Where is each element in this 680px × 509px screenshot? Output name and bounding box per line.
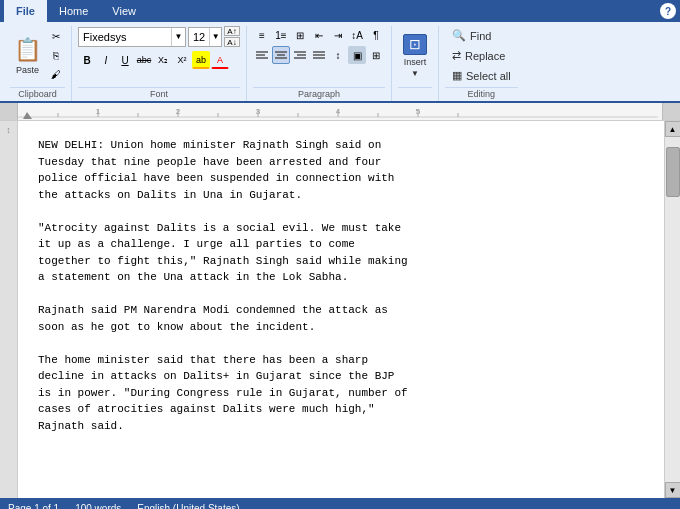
paragraph-content: ≡ 1≡ ⊞ ⇤ ⇥ ↕A ¶ <box>253 26 385 87</box>
insert-icon: ⊡ <box>403 34 427 55</box>
scrollbar-thumb[interactable] <box>666 147 680 197</box>
paragraph-label: Paragraph <box>253 87 385 101</box>
font-grow-button[interactable]: A↑ <box>224 26 240 36</box>
tab-view[interactable]: View <box>100 0 148 22</box>
font-grow-shrink: A↑ A↓ <box>224 26 240 47</box>
paste-label: Paste <box>16 65 39 75</box>
font-color-button[interactable]: A <box>211 51 229 69</box>
replace-button[interactable]: ⇄ Replace <box>445 46 512 65</box>
help-button[interactable]: ? <box>660 3 676 19</box>
scrollbar-track[interactable] <box>665 137 681 482</box>
editor-left-bar: ↕ <box>0 121 18 498</box>
title-bar-controls: ? <box>660 3 676 19</box>
editor-container: ↕ NEW DELHI: Union home minister Rajnath… <box>0 121 680 498</box>
sort-button[interactable]: ↕A <box>348 26 366 44</box>
font-name-arrow: ▼ <box>171 28 185 46</box>
insert-label: Insert <box>404 57 427 67</box>
select-all-button[interactable]: ▦ Select all <box>445 66 518 85</box>
clipboard-label: Clipboard <box>10 87 65 101</box>
select-all-label: Select all <box>466 70 511 82</box>
copy-button[interactable]: ⎘ <box>47 47 65 65</box>
italic-button[interactable]: I <box>97 51 115 69</box>
font-content: Fixedsys ▼ 12 ▼ A↑ A↓ B I U <box>78 26 240 87</box>
show-marks-button[interactable]: ¶ <box>367 26 385 44</box>
align-left-button[interactable] <box>253 46 271 64</box>
find-icon: 🔍 <box>452 29 466 42</box>
paragraph-group: ≡ 1≡ ⊞ ⇤ ⇥ ↕A ¶ <box>247 26 392 101</box>
editing-group: 🔍 Find ⇄ Replace ▦ Select all Editing <box>439 26 524 101</box>
ruler-left-margin <box>0 103 18 120</box>
numbering-button[interactable]: 1≡ <box>272 26 290 44</box>
font-format-row: B I U abc X₂ X² ab A <box>78 51 229 69</box>
paragraph-row2: ↕ ▣ ⊞ <box>253 46 385 64</box>
editing-content: 🔍 Find ⇄ Replace ▦ Select all <box>445 26 518 87</box>
editing-label: Editing <box>445 87 518 101</box>
decrease-indent-button[interactable]: ⇤ <box>310 26 328 44</box>
tab-bar: File Home View <box>4 0 148 22</box>
paragraph-row1: ≡ 1≡ ⊞ ⇤ ⇥ ↕A ¶ <box>253 26 385 44</box>
find-button[interactable]: 🔍 Find <box>445 26 498 45</box>
font-shrink-button[interactable]: A↓ <box>224 37 240 47</box>
format-painter-button[interactable]: 🖌 <box>47 66 65 84</box>
line-spacing-button[interactable]: ↕ <box>329 46 347 64</box>
paste-icon: 📋 <box>14 37 41 63</box>
align-right-button[interactable] <box>291 46 309 64</box>
paste-button[interactable]: 📋 Paste <box>10 33 45 79</box>
word-count: 100 words <box>75 503 121 510</box>
font-size-value: 12 <box>189 31 209 43</box>
editor-main[interactable]: NEW DELHI: Union home minister Rajnath S… <box>18 121 664 498</box>
font-group: Fixedsys ▼ 12 ▼ A↑ A↓ B I U <box>72 26 247 101</box>
insert-dropdown-arrow: ▼ <box>411 69 419 78</box>
font-name-row: Fixedsys ▼ 12 ▼ A↑ A↓ <box>78 26 240 47</box>
ruler-right-margin <box>662 103 680 120</box>
ribbon-content: 📋 Paste ✂ ⎘ 🖌 Clipboard Fixedsys <box>0 22 680 101</box>
font-size-combo[interactable]: 12 ▼ <box>188 27 222 47</box>
align-center-button[interactable] <box>272 46 290 64</box>
ruler-ticks: 1 2 3 4 5 <box>18 103 662 120</box>
document-content[interactable]: NEW DELHI: Union home minister Rajnath S… <box>38 137 644 434</box>
superscript-button[interactable]: X² <box>173 51 191 69</box>
select-all-icon: ▦ <box>452 69 462 82</box>
cut-button[interactable]: ✂ <box>47 28 65 46</box>
replace-icon: ⇄ <box>452 49 461 62</box>
clipboard-content: 📋 Paste ✂ ⎘ 🖌 <box>10 26 65 87</box>
clipboard-small-btns: ✂ ⎘ 🖌 <box>47 28 65 84</box>
highlight-button[interactable]: ab <box>192 51 210 69</box>
bold-button[interactable]: B <box>78 51 96 69</box>
title-bar: File Home View ? <box>0 0 680 22</box>
svg-marker-29 <box>23 112 32 119</box>
replace-label: Replace <box>465 50 505 62</box>
scroll-down-button[interactable]: ▼ <box>665 482 681 498</box>
clipboard-group: 📋 Paste ✂ ⎘ 🖌 Clipboard <box>4 26 72 101</box>
font-label: Font <box>78 87 240 101</box>
tab-file[interactable]: File <box>4 0 47 22</box>
bullets-button[interactable]: ≡ <box>253 26 271 44</box>
font-size-arrow: ▼ <box>209 28 221 46</box>
scroll-up-button[interactable]: ▲ <box>665 121 681 137</box>
ruler-content: 1 2 3 4 5 <box>18 103 662 120</box>
tab-home[interactable]: Home <box>47 0 100 22</box>
status-bar: Page 1 of 1 100 words English (United St… <box>0 498 680 509</box>
ruler: 1 2 3 4 5 <box>0 103 680 121</box>
font-name-combo[interactable]: Fixedsys ▼ <box>78 27 186 47</box>
subscript-button[interactable]: X₂ <box>154 51 172 69</box>
multilevel-list-button[interactable]: ⊞ <box>291 26 309 44</box>
border-button[interactable]: ⊞ <box>367 46 385 64</box>
increase-indent-button[interactable]: ⇥ <box>329 26 347 44</box>
page-count: Page 1 of 1 <box>8 503 59 510</box>
justify-button[interactable] <box>310 46 328 64</box>
scrollbar: ▲ ▼ <box>664 121 680 498</box>
insert-group-label <box>398 87 432 101</box>
insert-icon-symbol: ⊡ <box>409 36 421 52</box>
insert-content: ⊡ Insert ▼ <box>398 26 432 87</box>
strikethrough-button[interactable]: abc <box>135 51 153 69</box>
shading-button[interactable]: ▣ <box>348 46 366 64</box>
insert-group: ⊡ Insert ▼ <box>392 26 439 101</box>
font-name-value: Fixedsys <box>79 31 171 43</box>
ruler-marker: ↕ <box>6 125 11 135</box>
ribbon: 📋 Paste ✂ ⎘ 🖌 Clipboard Fixedsys <box>0 22 680 103</box>
underline-button[interactable]: U <box>116 51 134 69</box>
insert-button[interactable]: ⊡ Insert ▼ <box>398 33 432 79</box>
find-label: Find <box>470 30 491 42</box>
language: English (United States) <box>137 503 239 510</box>
